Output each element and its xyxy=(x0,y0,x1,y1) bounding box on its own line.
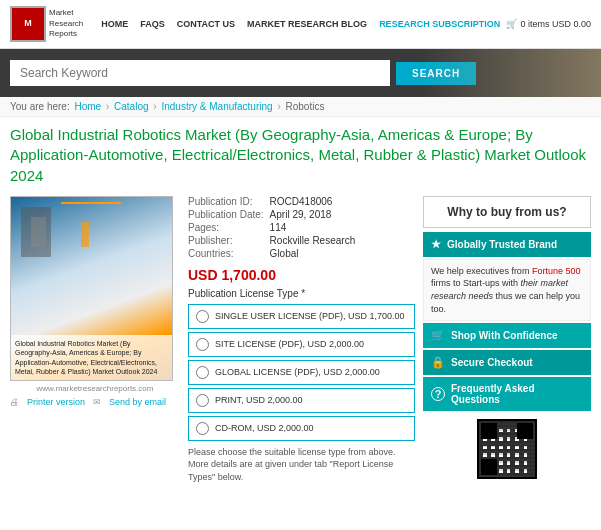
email-icon: ✉ xyxy=(93,397,101,407)
breadcrumb-industry[interactable]: Industry & Manufacturing xyxy=(161,101,272,112)
book-img-text: Global Industrial Robotics Market (By Ge… xyxy=(11,335,172,379)
license-radio-1[interactable] xyxy=(196,310,209,323)
logo-text: Market Research Reports xyxy=(49,8,83,39)
details-column: Publication ID: ROCD418006 Publication D… xyxy=(188,196,415,484)
license-label-4: PRINT, USD 2,000.00 xyxy=(215,395,303,405)
why-item-faq[interactable]: ? Frequently Asked Questions xyxy=(423,377,591,411)
desc-text-2: firms to Start-ups with xyxy=(431,278,521,288)
hero-section: SEARCH xyxy=(0,49,601,97)
shop-icon: 🛒 xyxy=(431,329,445,342)
nav-home[interactable]: HOME xyxy=(101,19,128,29)
why-description: We help executives from Fortune 500 firm… xyxy=(423,259,591,321)
search-button[interactable]: SEARCH xyxy=(396,62,476,85)
why-item-brand[interactable]: ★ Globally Trusted Brand xyxy=(423,232,591,257)
qr-code xyxy=(477,419,537,479)
countries-value: Global xyxy=(270,248,415,259)
fortune-highlight: Fortune 500 xyxy=(532,266,581,276)
nav-subscription[interactable]: RESEARCH SUBSCRIPTION xyxy=(379,19,500,29)
why-item-secure[interactable]: 🔒 Secure Checkout xyxy=(423,350,591,375)
main-nav: HOME FAQS CONTACT US MARKET RESEARCH BLO… xyxy=(101,19,506,29)
why-buy-column: Why to buy from us? ★ Globally Trusted B… xyxy=(423,196,591,479)
breadcrumb-current: Robotics xyxy=(286,101,325,112)
pub-id-label: Publication ID: xyxy=(188,196,264,207)
license-label-2: SITE LICENSE (PDF), USD 2,000.00 xyxy=(215,339,364,349)
publisher-label: Publisher: xyxy=(188,235,264,246)
secure-label: Secure Checkout xyxy=(451,357,533,368)
license-option-5[interactable]: CD-ROM, USD 2,000.00 xyxy=(188,416,415,441)
cart-icon: 🛒 xyxy=(506,19,517,29)
faq-label: Frequently Asked Questions xyxy=(451,383,583,405)
secure-icon: 🔒 xyxy=(431,356,445,369)
license-label-5: CD-ROM, USD 2,000.00 xyxy=(215,423,314,433)
faq-icon: ? xyxy=(431,387,445,401)
logo-box: M xyxy=(10,6,46,42)
nav-faqs[interactable]: FAQS xyxy=(140,19,165,29)
nav-blog[interactable]: MARKET RESEARCH BLOG xyxy=(247,19,367,29)
license-title: Publication License Type * xyxy=(188,288,415,299)
cart-info[interactable]: 🛒 0 items USD 0.00 xyxy=(506,19,591,29)
pub-info: Publication ID: ROCD418006 Publication D… xyxy=(188,196,415,259)
breadcrumb-label: You are here: xyxy=(10,101,70,112)
logo[interactable]: M Market Research Reports xyxy=(10,6,83,42)
desc-text-1: We help executives from xyxy=(431,266,532,276)
license-option-2[interactable]: SITE LICENSE (PDF), USD 2,000.00 xyxy=(188,332,415,357)
license-option-4[interactable]: PRINT, USD 2,000.00 xyxy=(188,388,415,413)
content-area: Global Industrial Robotics Market (By Ge… xyxy=(10,196,591,484)
why-buy-title-box: Why to buy from us? xyxy=(423,196,591,228)
book-url: www.marketresearchreports.com xyxy=(10,384,180,393)
pub-date-value: April 29, 2018 xyxy=(270,209,415,220)
main-content: Global Industrial Robotics Market (By Ge… xyxy=(0,117,601,492)
license-radio-3[interactable] xyxy=(196,366,209,379)
breadcrumb: You are here: Home › Catalog › Industry … xyxy=(0,97,601,117)
book-actions: 🖨 Printer version ✉ Send by email xyxy=(10,397,180,407)
pub-date-label: Publication Date: xyxy=(188,209,264,220)
printer-version-link[interactable]: Printer version xyxy=(27,397,85,407)
send-email-link[interactable]: Send by email xyxy=(109,397,166,407)
license-option-1[interactable]: SINGLE USER LICENSE (PDF), USD 1,700.00 xyxy=(188,304,415,329)
brand-label: Globally Trusted Brand xyxy=(447,239,557,250)
countries-label: Countries: xyxy=(188,248,264,259)
license-radio-4[interactable] xyxy=(196,394,209,407)
pages-value: 114 xyxy=(270,222,415,233)
shop-label: Shop With Confidence xyxy=(451,330,558,341)
price: USD 1,700.00 xyxy=(188,267,415,283)
search-input[interactable] xyxy=(10,60,390,86)
pages-label: Pages: xyxy=(188,222,264,233)
nav-contact[interactable]: CONTACT US xyxy=(177,19,235,29)
pub-id-value: ROCD418006 xyxy=(270,196,415,207)
breadcrumb-sep2: › xyxy=(153,101,156,112)
publisher-value: Rockville Research xyxy=(270,235,415,246)
cart-label: 0 items USD 0.00 xyxy=(520,19,591,29)
book-cover-image: Global Industrial Robotics Market (By Ge… xyxy=(10,196,173,381)
breadcrumb-catalog[interactable]: Catalog xyxy=(114,101,148,112)
printer-icon: 🖨 xyxy=(10,397,19,407)
license-radio-2[interactable] xyxy=(196,338,209,351)
why-item-shop[interactable]: 🛒 Shop With Confidence xyxy=(423,323,591,348)
license-label-3: GLOBAL LICENSE (PDF), USD 2,000.00 xyxy=(215,367,380,377)
header: M Market Research Reports HOME FAQS CONT… xyxy=(0,0,601,49)
license-radio-5[interactable] xyxy=(196,422,209,435)
breadcrumb-sep1: › xyxy=(106,101,109,112)
page-title: Global Industrial Robotics Market (By Ge… xyxy=(10,125,591,186)
book-column: Global Industrial Robotics Market (By Ge… xyxy=(10,196,180,407)
breadcrumb-home[interactable]: Home xyxy=(74,101,101,112)
breadcrumb-sep3: › xyxy=(277,101,280,112)
brand-icon: ★ xyxy=(431,238,441,251)
license-note: Please choose the suitable license type … xyxy=(188,446,415,484)
qr-area xyxy=(423,419,591,479)
license-option-3[interactable]: GLOBAL LICENSE (PDF), USD 2,000.00 xyxy=(188,360,415,385)
license-label-1: SINGLE USER LICENSE (PDF), USD 1,700.00 xyxy=(215,311,405,321)
